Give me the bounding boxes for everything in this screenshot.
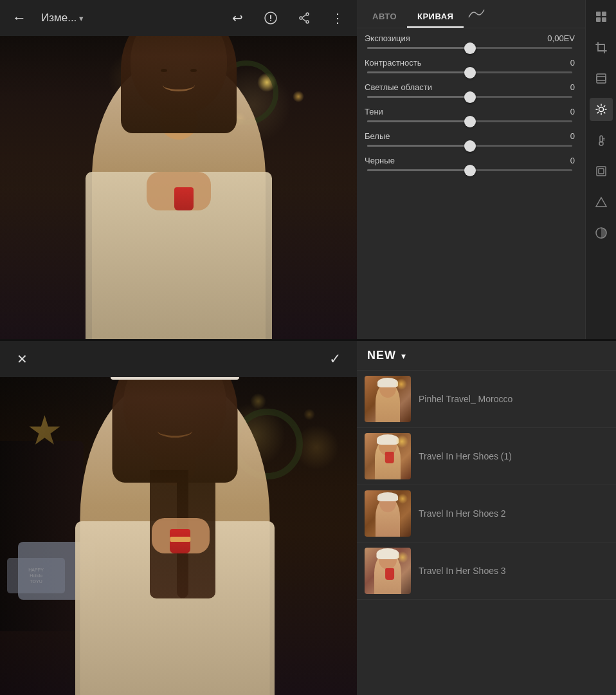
slider-track-4[interactable] (367, 145, 572, 147)
svg-rect-11 (602, 17, 606, 22)
slider-label-0: Экспозиция (365, 33, 410, 43)
more-button[interactable]: ⋮ (326, 6, 349, 30)
slider-track-5[interactable] (367, 169, 572, 171)
svg-rect-10 (596, 17, 601, 22)
svg-point-3 (306, 13, 309, 15)
light-icon (595, 103, 608, 116)
preset-thumb-0 (365, 376, 411, 422)
side-icons (585, 0, 616, 339)
slider-exposure: Экспозиция 0,00EV (365, 33, 575, 49)
title-text: Изме... (41, 12, 77, 24)
slider-value-0: 0,00EV (547, 33, 575, 43)
top-photo (0, 36, 357, 339)
share-icon (298, 12, 311, 24)
preset-name-2: Travel In Her Shoes 2 (419, 508, 506, 519)
frame-icon (595, 165, 608, 178)
slider-value-1: 0 (570, 58, 575, 68)
preset-name-1: Travel In Her Shoes (1) (419, 451, 512, 461)
slider-contrast: Контрастность 0 (365, 58, 575, 73)
toning-icon (594, 226, 608, 240)
slider-value-3: 0 (570, 107, 575, 116)
layers-icon (595, 72, 608, 85)
tab-curve[interactable]: КРИВАЯ (407, 6, 464, 28)
preset-thumb-2 (365, 490, 411, 537)
bottom-toolbar: ✕ ✓ (0, 341, 357, 377)
svg-rect-13 (597, 77, 606, 83)
svg-point-14 (599, 107, 603, 112)
preset-thumb-1 (365, 433, 411, 479)
svg-rect-28 (599, 169, 604, 174)
new-label: NEW (367, 349, 396, 362)
bottom-right-panel: NEW ▾ Pinhel Travel_ Morocco (357, 341, 616, 695)
svg-point-5 (300, 17, 302, 19)
warning-icon (264, 11, 278, 25)
preset-thumb-3 (365, 548, 411, 594)
slider-label-3: Тени (365, 107, 383, 116)
svg-line-22 (597, 112, 598, 113)
slider-label-2: Светлые области (365, 82, 432, 92)
top-photo-area: ← Изме... ▾ ↩ (0, 0, 357, 339)
slider-track-3[interactable] (367, 120, 572, 122)
grid-icon-btn[interactable] (590, 5, 613, 28)
slider-label-4: Белые (365, 131, 390, 141)
crop-icon-btn[interactable] (590, 36, 613, 59)
svg-point-4 (306, 21, 309, 23)
svg-line-6 (302, 15, 306, 17)
preset-item-2[interactable]: Travel In Her Shoes 2 (357, 485, 616, 542)
sliders-area: Экспозиция 0,00EV Контрастность 0 (357, 28, 585, 339)
light-icon-btn[interactable] (590, 98, 613, 121)
title-chevron: ▾ (79, 14, 84, 23)
svg-rect-27 (597, 167, 606, 176)
confirm-button[interactable]: ✓ (323, 348, 347, 371)
presets-header: NEW ▾ (357, 341, 616, 371)
slider-whites: Белые 0 (365, 131, 575, 147)
slider-blacks: Черные 0 (365, 156, 575, 171)
preset-name-3: Travel In Her Shoes 3 (419, 566, 506, 576)
toning-icon-btn[interactable] (590, 221, 613, 245)
slider-track-0[interactable] (367, 47, 572, 49)
detail-icon-btn[interactable] (590, 190, 613, 214)
preset-item-1[interactable]: Travel In Her Shoes (1) (357, 428, 616, 485)
curve-icon (467, 8, 485, 21)
svg-marker-29 (596, 198, 606, 207)
preset-name-0: Pinhel Travel_ Morocco (419, 394, 512, 404)
top-toolbar: ← Изме... ▾ ↩ (0, 0, 357, 36)
svg-rect-9 (602, 12, 606, 16)
back-button[interactable]: ← (8, 6, 31, 30)
slider-track-1[interactable] (367, 71, 572, 73)
slider-shadows: Тени 0 (365, 107, 575, 122)
slider-value-4: 0 (570, 131, 575, 141)
toolbar-title: Изме... ▾ (41, 12, 215, 24)
slider-value-2: 0 (570, 82, 575, 92)
svg-rect-8 (596, 12, 601, 16)
preset-item-3[interactable]: Travel In Her Shoes 3 (357, 542, 616, 600)
layers-icon-btn[interactable] (590, 67, 613, 90)
top-panel: ← Изме... ▾ ↩ (0, 0, 616, 341)
svg-point-2 (270, 20, 271, 21)
bottom-panel: ✕ ✓ HAPPYHoliduTOYU (0, 341, 616, 695)
close-button[interactable]: ✕ (10, 348, 33, 371)
svg-line-19 (597, 106, 598, 106)
share-button[interactable] (293, 6, 316, 30)
svg-line-21 (604, 106, 604, 106)
warning-button[interactable] (259, 6, 282, 30)
slider-track-2[interactable] (367, 96, 572, 98)
detail-icon (595, 196, 608, 208)
right-panel-top: АВТО КРИВАЯ Экспозиция 0, (357, 0, 616, 339)
undo-button[interactable]: ↩ (226, 6, 249, 30)
bottom-photo-area: ✕ ✓ HAPPYHoliduTOYU (0, 341, 357, 695)
temperature-icon (595, 134, 608, 147)
presets-list: Pinhel Travel_ Morocco Travel In Her Sho… (357, 371, 616, 695)
preset-item-0[interactable]: Pinhel Travel_ Morocco (357, 371, 616, 428)
grid-icon (595, 10, 608, 23)
svg-rect-12 (597, 74, 606, 80)
frame-icon-btn[interactable] (590, 160, 613, 183)
slider-highlights: Светлые области 0 (365, 82, 575, 98)
bottom-photo: HAPPYHoliduTOYU (0, 377, 357, 695)
new-chevron-icon: ▾ (401, 351, 406, 361)
temperature-icon-btn[interactable] (590, 129, 613, 152)
slider-label-5: Черные (365, 156, 395, 165)
tab-auto[interactable]: АВТО (362, 6, 407, 28)
slider-label-1: Контрастность (365, 58, 422, 68)
svg-line-20 (604, 112, 604, 113)
